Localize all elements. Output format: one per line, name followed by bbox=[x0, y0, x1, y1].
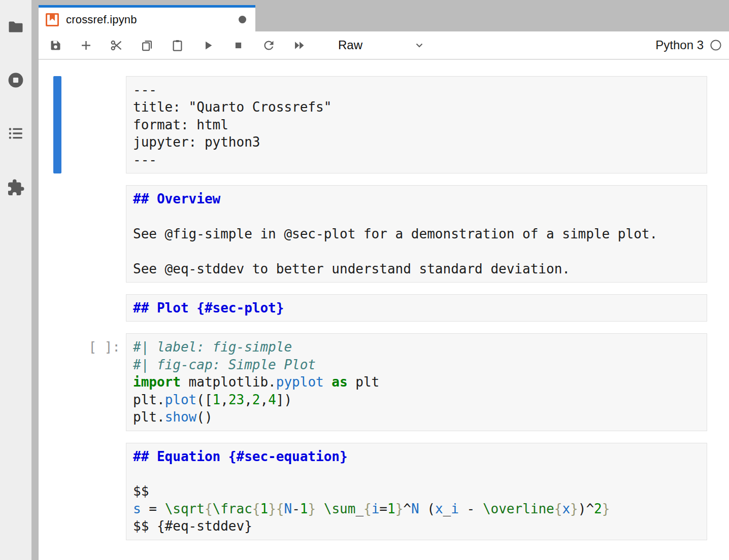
code-line: ## Equation {#sec-equation} bbox=[133, 448, 700, 465]
code-line: title: "Quarto Crossrefs" bbox=[133, 98, 700, 116]
code-line: ## Plot {#sec-plot} bbox=[133, 299, 700, 317]
cell-code-3: [ ]:#| label: fig-simple#| fig-cap: Simp… bbox=[53, 333, 707, 431]
paste-cells-button[interactable] bbox=[169, 37, 186, 54]
notebook-icon bbox=[46, 13, 59, 26]
token-plain: plt. bbox=[133, 392, 165, 407]
cell-list: ---title: "Quarto Crossrefs"format: html… bbox=[39, 76, 729, 540]
cell-editor[interactable]: #| label: fig-simple#| fig-cap: Simple P… bbox=[126, 333, 707, 431]
interrupt-kernel-button[interactable] bbox=[229, 37, 247, 54]
token-bracket: } bbox=[308, 501, 316, 516]
token-blue: pyplot bbox=[276, 374, 324, 390]
cell-collapser[interactable] bbox=[53, 185, 61, 283]
token-plain: , bbox=[244, 392, 252, 407]
code-line bbox=[133, 465, 700, 482]
cell-editor[interactable]: ## Equation {#sec-equation} $$s = \sqrt{… bbox=[126, 443, 707, 540]
code-line: --- bbox=[133, 81, 700, 98]
code-line: ## Overview bbox=[133, 190, 700, 207]
token-bracket: } bbox=[395, 501, 404, 516]
stop-circle-icon[interactable] bbox=[7, 71, 25, 89]
save-button[interactable] bbox=[47, 37, 64, 54]
token-blue: plot bbox=[165, 392, 197, 407]
token-bracket: } bbox=[268, 501, 276, 516]
code-line: $$ {#eq-stddev} bbox=[133, 517, 700, 535]
cell-markdown-1: ## Overview See @fig-simple in @sec-plot… bbox=[53, 185, 707, 283]
notebook-toolbar: Raw Python 3 bbox=[39, 31, 729, 60]
cell-raw-0: ---title: "Quarto Crossrefs"format: html… bbox=[53, 76, 707, 173]
token-number: 2 bbox=[594, 501, 602, 516]
token-plain: = bbox=[141, 501, 165, 516]
cell-editor[interactable]: ## Overview See @fig-simple in @sec-plot… bbox=[126, 185, 707, 283]
token-blue: show bbox=[165, 409, 197, 425]
token-number: 1 bbox=[300, 501, 308, 516]
token-plain: )^ bbox=[578, 501, 594, 516]
token-bracket: { bbox=[363, 501, 372, 516]
copy-cells-button[interactable] bbox=[138, 37, 155, 54]
token-header: ## Plot {#sec-plot} bbox=[133, 300, 284, 316]
token-number: 1 bbox=[213, 392, 221, 407]
token-plain: , bbox=[260, 392, 269, 407]
list-icon[interactable] bbox=[7, 124, 25, 143]
code-line bbox=[133, 207, 700, 225]
code-line: plt.plot([1,23,2,4]) bbox=[133, 391, 700, 408]
token-command: \sum bbox=[324, 501, 356, 516]
cell-prompt bbox=[61, 294, 126, 322]
code-line: $$ bbox=[133, 482, 700, 500]
token-plain: () bbox=[196, 409, 212, 425]
notebook-panel: ---title: "Quarto Crossrefs"format: html… bbox=[39, 60, 729, 560]
token-bracket: { bbox=[205, 501, 213, 516]
token-plain: ([ bbox=[196, 392, 212, 407]
tab-bar: crossref.ipynb bbox=[39, 0, 729, 31]
chevron-down-icon bbox=[413, 39, 425, 51]
cell-type-dropdown[interactable]: Raw bbox=[338, 38, 425, 52]
add-cell-button[interactable] bbox=[77, 37, 94, 54]
token-header: ## Overview bbox=[133, 191, 220, 206]
token-plain: --- bbox=[133, 152, 157, 167]
kernel-idle-icon[interactable] bbox=[710, 39, 722, 51]
restart-run-all-button[interactable] bbox=[290, 37, 308, 54]
token-comment: #| fig-cap: Simple Plot bbox=[133, 357, 316, 372]
token-blue: i bbox=[372, 501, 380, 516]
main-area: crossref.ipynb bbox=[39, 0, 729, 560]
token-keyword: as bbox=[332, 374, 347, 390]
token-blue: s bbox=[133, 501, 141, 516]
cell-markdown-4: ## Equation {#sec-equation} $$s = \sqrt{… bbox=[53, 443, 707, 540]
cell-editor[interactable]: ---title: "Quarto Crossrefs"format: html… bbox=[126, 76, 707, 173]
tab-crossref-ipynb[interactable]: crossref.ipynb bbox=[39, 5, 255, 31]
run-cell-button[interactable] bbox=[199, 37, 216, 54]
token-command: \frac bbox=[213, 501, 252, 516]
selected-cell-collapser[interactable] bbox=[53, 76, 61, 173]
puzzle-icon[interactable] bbox=[7, 179, 25, 197]
token-plain: ( bbox=[419, 501, 435, 516]
code-line: #| label: fig-simple bbox=[133, 338, 700, 356]
token-plain bbox=[316, 501, 324, 516]
token-blue: N bbox=[284, 501, 292, 516]
token-blue: x bbox=[562, 501, 570, 516]
token-header: ## Equation {#sec-equation} bbox=[133, 449, 348, 464]
token-bracket: { bbox=[276, 501, 284, 516]
token-plain: matplotlib. bbox=[181, 374, 276, 390]
token-blue: i bbox=[451, 501, 459, 516]
left-activity-bar bbox=[0, 0, 31, 560]
cell-collapser[interactable] bbox=[53, 333, 61, 431]
token-plain: See @fig-simple in @sec-plot for a demon… bbox=[133, 226, 657, 241]
restart-kernel-button[interactable] bbox=[260, 37, 277, 54]
cell-markdown-2: ## Plot {#sec-plot} bbox=[53, 294, 707, 322]
folder-icon[interactable] bbox=[7, 18, 25, 36]
cut-cells-button[interactable] bbox=[108, 37, 125, 54]
cell-collapser[interactable] bbox=[53, 294, 61, 322]
code-line: plt.show() bbox=[133, 408, 700, 426]
code-line: See @eq-stddev to better understand stan… bbox=[133, 260, 700, 277]
unsaved-changes-dot[interactable] bbox=[239, 16, 246, 23]
tab-title: crossref.ipynb bbox=[66, 13, 137, 26]
cell-editor[interactable]: ## Plot {#sec-plot} bbox=[126, 294, 707, 322]
token-comment: #| label: fig-simple bbox=[133, 339, 292, 355]
token-plain: $$ {#eq-stddev} bbox=[133, 518, 252, 534]
token-plain: - bbox=[459, 501, 483, 516]
code-line: import matplotlib.pyplot as plt bbox=[133, 373, 700, 391]
cell-prompt bbox=[61, 443, 126, 540]
cell-collapser[interactable] bbox=[53, 443, 61, 540]
token-keyword: import bbox=[133, 374, 181, 390]
kernel-name: Python 3 bbox=[655, 38, 704, 52]
kernel-switcher[interactable]: Python 3 bbox=[655, 38, 722, 52]
token-plain: title: "Quarto Crossrefs" bbox=[133, 99, 332, 115]
